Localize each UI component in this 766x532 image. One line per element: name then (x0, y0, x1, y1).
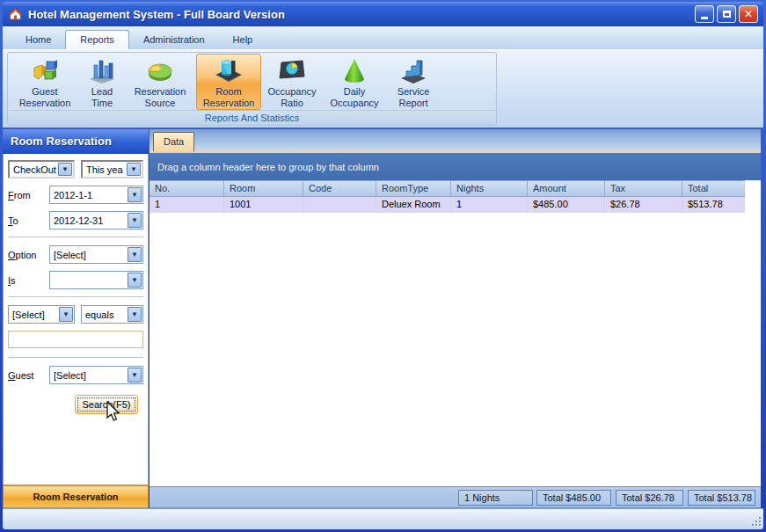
tab-home[interactable]: Home (11, 31, 65, 49)
field-combobox[interactable]: [Select] ▼ (8, 305, 75, 324)
summary-amount: Total $485.00 (536, 490, 611, 506)
occupancy-ratio-button[interactable]: Occupancy Ratio (261, 54, 323, 110)
ribbon-button-label: Daily Occupancy (324, 86, 385, 109)
cell-roomtype: Deluex Room (376, 197, 451, 213)
is-combobox[interactable]: ▼ (49, 271, 143, 289)
cone-icon (339, 57, 369, 85)
field-value: [Select] (12, 310, 45, 320)
guest-value: [Select] (54, 370, 86, 381)
chevron-down-icon[interactable]: ▼ (127, 163, 141, 176)
chevron-down-icon[interactable]: ▼ (128, 307, 142, 322)
steps-chart-icon (398, 57, 428, 85)
tab-reports[interactable]: Reports (65, 30, 129, 49)
left-panel-title: Room Reservation (3, 129, 149, 154)
option-combobox[interactable]: [Select] ▼ (49, 245, 143, 264)
bar-chart-icon (87, 57, 117, 85)
filter-value-input[interactable] (8, 331, 143, 348)
minimize-button[interactable] (695, 5, 714, 23)
guest-reservation-button[interactable]: Guest Reservation (10, 54, 80, 110)
column-header-room[interactable]: Room (224, 181, 303, 196)
column-header-no[interactable]: No. (150, 181, 224, 196)
chevron-down-icon[interactable]: ▼ (128, 247, 142, 262)
cell-total: $513.78 (682, 197, 745, 213)
daily-occupancy-button[interactable]: Daily Occupancy (323, 54, 386, 110)
grid-summary-footer: 1 Nights Total $485.00 Total $26.78 Tota… (150, 486, 761, 508)
cell-amount: $485.00 (528, 197, 605, 213)
chevron-down-icon[interactable]: ▼ (128, 187, 142, 202)
tab-administration[interactable]: Administration (129, 31, 219, 49)
date-type-value: CheckOut [ (13, 164, 62, 175)
close-button[interactable]: ✕ (739, 5, 758, 23)
ribbon-group-caption: Reports And Statistics (8, 110, 496, 125)
column-header-tax[interactable]: Tax (605, 181, 682, 196)
period-value: This yea (86, 164, 123, 175)
data-tab[interactable]: Data (153, 132, 194, 151)
monitor-pie-icon (277, 57, 307, 85)
reservation-source-button[interactable]: Reservation Source (124, 54, 196, 110)
ribbon-button-label: Service Report (387, 86, 440, 109)
summary-tax: Total $26.78 (616, 490, 683, 506)
ribbon-button-label: Reservation Source (125, 86, 195, 109)
status-bar (3, 508, 763, 529)
grid-header-row: No. Room Code RoomType Nights Amount Tax… (150, 180, 745, 197)
date-type-combobox[interactable]: CheckOut [ ▼ (8, 160, 75, 179)
grid-empty-area (150, 213, 761, 486)
lead-time-button[interactable]: Lead Time (80, 54, 124, 110)
room-reservation-button[interactable]: Room Reservation (196, 54, 261, 110)
ribbon-group-reports: Guest Reservation Lead Time (7, 52, 497, 126)
ribbon-button-label: Lead Time (81, 86, 123, 109)
column-header-code[interactable]: Code (303, 181, 376, 196)
maximize-icon (723, 11, 731, 18)
titlebar: Hotel Management System - Full Board Ver… (3, 2, 763, 26)
group-by-hint: Drag a column header here to group by th… (157, 162, 379, 172)
guest-combobox[interactable]: [Select] ▼ (49, 366, 143, 384)
minimize-icon (701, 17, 708, 19)
operator-value: equals (85, 310, 113, 320)
column-header-nights[interactable]: Nights (451, 181, 528, 196)
operator-combobox[interactable]: equals ▼ (81, 305, 143, 324)
period-combobox[interactable]: This yea ▼ (81, 160, 143, 179)
to-label: To (8, 215, 49, 226)
chevron-down-icon[interactable]: ▼ (58, 163, 72, 176)
chevron-down-icon[interactable]: ▼ (128, 213, 142, 228)
column-header-amount[interactable]: Amount (528, 181, 605, 196)
option-value: [Select] (54, 250, 86, 260)
to-date-combobox[interactable]: 2012-12-31 ▼ (49, 211, 143, 230)
document-tab-strip: Data (150, 129, 761, 153)
room-reservation-nav-bar[interactable]: Room Reservation (3, 485, 149, 508)
close-icon: ✕ (744, 9, 753, 19)
column-header-roomtype[interactable]: RoomType (376, 181, 451, 196)
ribbon-button-label: Room Reservation (197, 86, 260, 109)
from-date-combobox[interactable]: 2012-1-1 ▼ (49, 186, 143, 204)
search-button[interactable]: Search(F5) (75, 395, 138, 414)
chevron-down-icon[interactable]: ▼ (59, 307, 73, 322)
separator (8, 357, 143, 358)
maximize-button[interactable] (717, 5, 736, 23)
hotel-management-window: { "window": { "title": "Hotel Management… (0, 0, 766, 532)
database-cylinder-icon (214, 57, 244, 85)
pie-chart-icon (145, 57, 175, 85)
cell-code (303, 197, 376, 213)
is-label: Is (8, 275, 49, 286)
window-title: Hotel Management System - Full Board Ver… (28, 8, 285, 21)
group-by-panel[interactable]: Drag a column header here to group by th… (150, 153, 761, 180)
tab-help[interactable]: Help (219, 31, 267, 49)
ribbon: Guest Reservation Lead Time (3, 49, 763, 128)
cubes-icon (30, 57, 60, 85)
chevron-down-icon[interactable]: ▼ (128, 368, 142, 383)
grid-right-gap (745, 180, 761, 213)
cell-nights: 1 (451, 197, 528, 213)
separator (8, 237, 143, 237)
column-header-total[interactable]: Total (682, 181, 745, 196)
home-app-icon (8, 7, 23, 21)
chevron-down-icon[interactable]: ▼ (128, 273, 142, 288)
table-row[interactable]: 1 1001 Deluex Room 1 $485.00 $26.78 $513… (150, 197, 745, 213)
service-report-button[interactable]: Service Report (386, 54, 441, 110)
cell-no: 1 (150, 197, 224, 213)
from-date-value: 2012-1-1 (54, 190, 92, 200)
option-label: Option (8, 250, 49, 260)
guest-label: Guest (8, 370, 49, 381)
menu-bar: Home Reports Administration Help (3, 26, 763, 49)
summary-nights: 1 Nights (458, 490, 533, 506)
resize-grip[interactable] (750, 515, 762, 527)
